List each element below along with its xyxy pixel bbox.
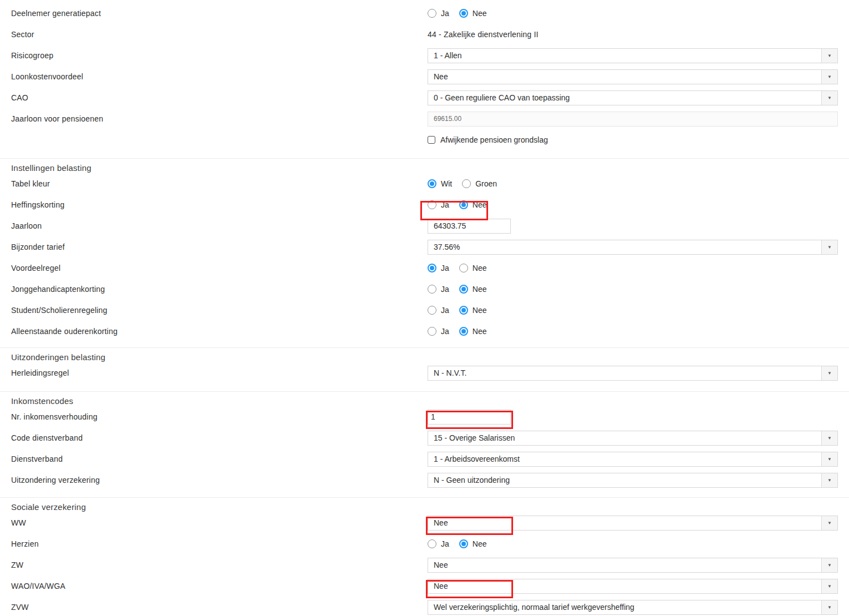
radio-nee[interactable]: Nee (459, 264, 487, 272)
radio-ja[interactable]: Ja (428, 306, 449, 315)
code-dienstverband-dropdown[interactable]: 15 - Overige Salarissen ▼ (428, 431, 838, 446)
dienstverband-dropdown[interactable]: 1 - Arbeidsovereenkomst ▼ (428, 452, 838, 467)
field-label: Tabel kleur (0, 179, 428, 188)
cao-dropdown[interactable]: 0 - Geen reguliere CAO van toepassing ▼ (428, 90, 838, 105)
dropdown-arrow-icon[interactable]: ▼ (821, 558, 837, 572)
dropdown-arrow-icon[interactable]: ▼ (821, 366, 837, 380)
radio-label: Ja (441, 200, 449, 209)
dropdown-value: N - Geen uitzondering (434, 476, 510, 484)
field-label: Uitzondering verzekering (0, 476, 428, 484)
dropdown-arrow-icon[interactable]: ▼ (821, 579, 837, 593)
herleidingsregel-dropdown[interactable]: N - N.V.T. ▼ (428, 366, 838, 381)
row-sector: Sector 44 - Zakelijke dienstverlening II (0, 24, 849, 45)
dropdown-arrow-icon[interactable]: ▼ (821, 473, 837, 487)
radio-label: Nee (473, 285, 487, 294)
field-label: ZW (0, 561, 428, 569)
radio-circle-selected-icon (459, 200, 468, 209)
row-loonkostenvoordeel: Loonkostenvoordeel Nee ▼ (0, 66, 849, 87)
row-code-dienstverband: Code dienstverband 15 - Overige Salariss… (0, 427, 849, 448)
radio-circle-icon (428, 327, 436, 336)
jonggehandicaptenkorting-radio-group: Ja Nee (428, 285, 486, 294)
nr-inkomensverhouding-input[interactable] (428, 410, 511, 425)
radio-label: Groen (475, 179, 497, 188)
dropdown-arrow-icon[interactable]: ▼ (821, 431, 837, 445)
dropdown-arrow-icon[interactable]: ▼ (821, 452, 837, 466)
student-scholierenregeling-radio-group: Ja Nee (428, 306, 486, 315)
deelnemer-generatiepact-radio-group: Ja Nee (428, 9, 486, 18)
dropdown-arrow-icon[interactable]: ▼ (821, 49, 837, 63)
radio-ja[interactable]: Ja (428, 285, 449, 294)
sector-value: 44 - Zakelijke dienstverlening II (428, 30, 539, 39)
radio-label: Nee (473, 9, 487, 18)
section-header-sociale-verzekering: Sociale verzekering (0, 498, 849, 512)
field-label: Jaarloon voor pensioenen (0, 114, 428, 123)
radio-label: Ja (441, 539, 449, 548)
dropdown-arrow-icon[interactable]: ▼ (821, 516, 837, 530)
uitzondering-verzekering-dropdown[interactable]: N - Geen uitzondering ▼ (428, 473, 838, 488)
field-label: CAO (0, 93, 428, 102)
afwijkende-pensioen-checkbox-row[interactable]: Afwijkende pensioen grondslag (428, 135, 548, 144)
row-cao: CAO 0 - Geen reguliere CAO van toepassin… (0, 87, 849, 108)
radio-nee[interactable]: Nee (459, 9, 487, 18)
field-label: Herleidingsregel (0, 368, 428, 377)
dropdown-value: Nee (434, 582, 448, 590)
radio-nee[interactable]: Nee (459, 327, 487, 336)
row-zvw: ZVW Wel verzekeringsplichtig, normaal ta… (0, 597, 849, 616)
radio-label: Nee (473, 264, 487, 272)
loonkostenvoordeel-dropdown[interactable]: Nee ▼ (428, 69, 838, 84)
dropdown-value: Wel verzekeringsplichtig, normaal tarief… (434, 603, 634, 612)
radio-nee[interactable]: Nee (459, 285, 487, 294)
radio-nee[interactable]: Nee (459, 539, 487, 548)
radio-nee[interactable]: Nee (459, 306, 487, 315)
ww-dropdown[interactable]: Nee ▼ (428, 516, 838, 531)
zvw-dropdown[interactable]: Wel verzekeringsplichtig, normaal tarief… (428, 600, 838, 615)
radio-label: Nee (473, 539, 487, 548)
jaarloon-input[interactable] (428, 219, 511, 234)
field-label: Risicogroep (0, 51, 428, 60)
radio-ja[interactable]: Ja (428, 9, 449, 18)
field-label: Nr. inkomensverhouding (0, 412, 428, 421)
radio-wit[interactable]: Wit (428, 179, 452, 188)
radio-circle-selected-icon (459, 285, 468, 294)
checkbox-icon[interactable] (428, 136, 435, 144)
radio-ja[interactable]: Ja (428, 264, 449, 272)
dropdown-value: 1 - Arbeidsovereenkomst (434, 455, 520, 463)
field-label: Bijzonder tarief (0, 243, 428, 251)
jaarloon-pensioenen-input[interactable] (428, 112, 838, 127)
field-label: Sector (0, 30, 428, 39)
dropdown-arrow-icon[interactable]: ▼ (821, 600, 837, 614)
radio-label: Ja (441, 327, 449, 336)
wao-iva-wga-dropdown[interactable]: Nee ▼ (428, 579, 838, 594)
field-label: Dienstverband (0, 455, 428, 463)
radio-ja[interactable]: Ja (428, 200, 449, 209)
dropdown-arrow-icon[interactable]: ▼ (821, 91, 837, 105)
field-label: Jonggehandicaptenkorting (0, 285, 428, 294)
field-label: Jaarloon (0, 221, 428, 230)
radio-ja[interactable]: Ja (428, 539, 449, 548)
zw-dropdown[interactable]: Nee ▼ (428, 558, 838, 573)
radio-ja[interactable]: Ja (428, 327, 449, 336)
dropdown-value: Nee (434, 72, 448, 81)
radio-circle-icon (428, 285, 436, 294)
radio-circle-icon (459, 264, 468, 272)
radio-label: Nee (473, 327, 487, 336)
risicogroep-dropdown[interactable]: 1 - Allen ▼ (428, 48, 838, 63)
radio-circle-selected-icon (459, 539, 468, 548)
dropdown-value: Nee (434, 561, 448, 569)
dropdown-arrow-icon[interactable]: ▼ (821, 240, 837, 254)
alleenstaande-ouderenkorting-radio-group: Ja Nee (428, 327, 486, 336)
bijzonder-tarief-dropdown[interactable]: 37.56% ▼ (428, 240, 838, 255)
row-nr-inkomensverhouding: Nr. inkomensverhouding (0, 406, 849, 427)
radio-nee[interactable]: Nee (459, 200, 487, 209)
row-alleenstaande-ouderenkorting: Alleenstaande ouderenkorting Ja Nee (0, 321, 849, 342)
row-heffingskorting: Heffingskorting Ja Nee (0, 194, 849, 215)
row-tabel-kleur: Tabel kleur Wit Groen (0, 173, 849, 194)
radio-groen[interactable]: Groen (462, 179, 497, 188)
radio-circle-selected-icon (459, 327, 468, 336)
dropdown-value: N - N.V.T. (434, 368, 466, 377)
field-label: Heffingskorting (0, 200, 428, 209)
dropdown-value: 15 - Overige Salarissen (434, 433, 515, 442)
dropdown-arrow-icon[interactable]: ▼ (821, 70, 837, 84)
field-label: ZVW (0, 603, 428, 612)
row-ww: WW Nee ▼ (0, 512, 849, 533)
